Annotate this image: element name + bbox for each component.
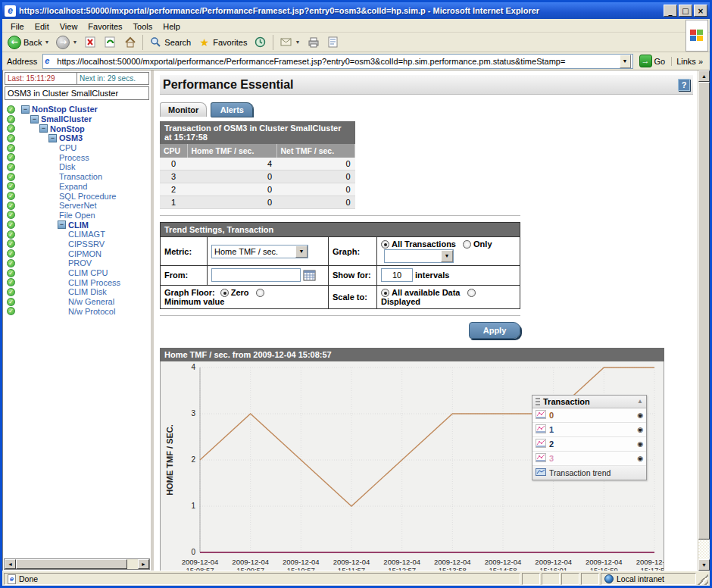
tree-item-label[interactable]: CLIM CPU xyxy=(68,268,108,277)
tree-item-cipmon[interactable]: ✓CIPMON xyxy=(3,249,151,258)
scroll-left-icon[interactable]: ◄ xyxy=(5,559,16,569)
tree-item-nonstop-cluster[interactable]: ✓−NonStop Cluster xyxy=(3,105,151,114)
menu-tools[interactable]: Tools xyxy=(128,20,158,33)
scroll-up-icon[interactable]: ▲ xyxy=(698,70,710,82)
stop-button[interactable] xyxy=(82,36,99,49)
tree-item-nonstop[interactable]: ✓−NonStop xyxy=(3,124,151,133)
tab-monitor[interactable]: Monitor xyxy=(160,102,207,117)
tab-alerts[interactable]: Alerts xyxy=(211,102,253,117)
menu-file[interactable]: File xyxy=(5,20,30,33)
close-button[interactable]: × xyxy=(694,5,707,17)
tree-item-cipssrv[interactable]: ✓CIPSSRV xyxy=(3,239,151,249)
chevron-down-icon[interactable]: ▼ xyxy=(295,246,308,258)
forward-button[interactable]: → ▼ xyxy=(54,35,80,50)
menu-favorites[interactable]: Favorites xyxy=(83,20,127,33)
legend-item-1[interactable]: 1 ◉ xyxy=(532,423,646,437)
tree-item-label[interactable]: Disk xyxy=(59,162,75,171)
tree-item-cpu[interactable]: ✓CPU xyxy=(3,143,151,153)
address-input[interactable] xyxy=(57,57,619,66)
refresh-button[interactable] xyxy=(101,36,119,49)
collapse-icon[interactable]: − xyxy=(21,105,30,114)
scroll-down-icon[interactable]: ▼ xyxy=(698,559,710,571)
tree-item-file-open[interactable]: ✓File Open xyxy=(3,211,151,220)
legend-item-2[interactable]: 2 ◉ xyxy=(532,437,646,452)
links-button[interactable]: Links » xyxy=(671,57,707,66)
from-input[interactable] xyxy=(211,268,301,282)
menu-edit[interactable]: Edit xyxy=(30,20,55,33)
tree-item-transaction[interactable]: ✓Transaction xyxy=(3,172,151,182)
tree-item-label[interactable]: N/w General xyxy=(68,297,114,306)
legend-header[interactable]: Transaction ▲ xyxy=(532,396,646,408)
home-button[interactable] xyxy=(121,36,139,49)
legend-item-0[interactable]: 0 ◉ xyxy=(532,408,646,423)
resize-grip[interactable] xyxy=(698,573,708,585)
scroll-right-icon[interactable]: ► xyxy=(138,559,149,569)
tree-item-label[interactable]: CLIM xyxy=(68,220,89,230)
tree-item-label[interactable]: CPU xyxy=(59,143,77,152)
scale-all-radio[interactable] xyxy=(381,289,389,297)
visibility-eye-icon[interactable]: ◉ xyxy=(637,411,643,419)
tree-item-climagt[interactable]: ✓CLIMAGT xyxy=(3,230,151,239)
tree-item-smallcluster[interactable]: ✓−SmallCluster xyxy=(3,114,151,124)
tree-item-label[interactable]: OSM3 xyxy=(59,133,83,142)
tree-item-label[interactable]: CIPMON xyxy=(68,249,101,258)
calendar-button[interactable] xyxy=(303,270,316,283)
metric-select[interactable]: Home TMF / sec. ▼ xyxy=(211,245,308,258)
floor-zero-radio[interactable] xyxy=(220,289,229,297)
history-button[interactable] xyxy=(251,36,269,49)
intervals-input[interactable] xyxy=(381,268,413,282)
menu-help[interactable]: Help xyxy=(158,20,186,33)
main-vertical-scrollbar[interactable]: ▲ ▼ xyxy=(698,70,710,571)
collapse-icon[interactable]: − xyxy=(58,220,66,229)
tree-item-label[interactable]: SQL Procedure xyxy=(59,192,116,201)
tree-item-clim-disk[interactable]: ✓CLIM Disk xyxy=(3,287,151,297)
favorites-button[interactable]: ★ Favorites xyxy=(195,36,249,49)
mail-dropdown-icon[interactable]: ▼ xyxy=(295,39,300,45)
visibility-eye-icon[interactable]: ◉ xyxy=(637,455,643,462)
scroll-thumb[interactable] xyxy=(16,559,127,569)
tree-item-sql-procedure[interactable]: ✓SQL Procedure xyxy=(3,191,151,201)
tree-item-label[interactable]: NonStop xyxy=(50,124,85,133)
graph-only-radio[interactable] xyxy=(463,240,471,249)
graph-all-radio[interactable] xyxy=(381,240,389,249)
tree-item-label[interactable]: Transaction xyxy=(59,172,102,181)
menu-view[interactable]: View xyxy=(55,20,83,33)
floor-min-radio[interactable] xyxy=(256,289,264,297)
transaction-select[interactable]: ▼ xyxy=(384,249,454,263)
minimize-button[interactable]: _ xyxy=(664,5,677,17)
chevron-down-icon[interactable]: ▼ xyxy=(441,250,453,262)
visibility-eye-icon[interactable]: ◉ xyxy=(637,440,643,448)
tree-item-clim-cpu[interactable]: ✓CLIM CPU xyxy=(3,268,151,278)
apply-button[interactable]: Apply xyxy=(469,322,520,339)
tree-item-prov[interactable]: ✓PROV xyxy=(3,258,151,268)
tree-item-servernet[interactable]: ✓ServerNet xyxy=(3,201,151,211)
scroll-thumb[interactable] xyxy=(698,82,710,540)
tree-item-label[interactable]: NonStop Cluster xyxy=(32,105,98,114)
mail-button[interactable]: ▼ xyxy=(277,36,302,49)
edit-button[interactable] xyxy=(324,36,342,49)
tree-item-label[interactable]: File Open xyxy=(59,211,95,220)
tree-item-label[interactable]: CLIM Disk xyxy=(68,287,107,296)
scale-displayed-radio[interactable] xyxy=(467,289,476,297)
legend-item-3[interactable]: 3 ◉ xyxy=(532,452,646,466)
print-button[interactable] xyxy=(304,36,322,49)
tree-item-label[interactable]: SmallCluster xyxy=(41,114,92,124)
tree-item-n-w-general[interactable]: ✓N/w General xyxy=(3,297,151,307)
legend-footer[interactable]: Transaction trend xyxy=(532,466,646,480)
collapse-arrow-icon[interactable]: ▲ xyxy=(637,398,643,405)
tree-item-label[interactable]: CLIMAGT xyxy=(68,230,105,239)
tree-item-label[interactable]: N/w Protocol xyxy=(68,307,115,316)
address-dropdown-icon[interactable]: ▼ xyxy=(620,55,631,68)
search-button[interactable]: Search xyxy=(147,36,193,49)
tree-item-label[interactable]: ServerNet xyxy=(59,201,97,210)
tree-horizontal-scrollbar[interactable]: ◄ ► xyxy=(4,558,150,570)
back-button[interactable]: ← Back ▼ xyxy=(5,35,52,50)
collapse-icon[interactable]: − xyxy=(48,134,57,142)
tree-item-osm3[interactable]: ✓−OSM3 xyxy=(3,133,151,143)
tree-item-process[interactable]: ✓Process xyxy=(3,152,151,162)
collapse-icon[interactable]: − xyxy=(30,115,39,124)
collapse-icon[interactable]: − xyxy=(39,124,48,133)
maximize-button[interactable]: □ xyxy=(679,5,692,17)
forward-dropdown-icon[interactable]: ▼ xyxy=(72,39,77,45)
tree-item-label[interactable]: Process xyxy=(59,153,89,162)
